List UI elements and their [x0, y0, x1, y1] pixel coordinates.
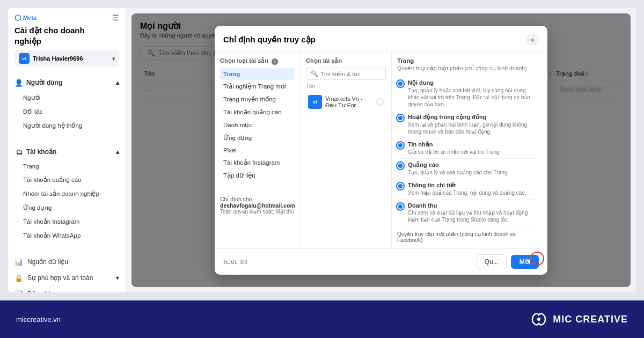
users-section: 👤 Người dùng ▴ Người Đối tác Người dùng … — [8, 71, 126, 136]
permission-tin-nhan: Tin nhắn Gửi và trả lời tin nhắn với vai… — [397, 138, 537, 159]
modal-overlay: Chỉ định quyền truy cập × Chọn loại tài … — [131, 13, 631, 287]
website-link[interactable]: miccreative.vn — [16, 315, 61, 324]
account-avatar: vt — [19, 53, 30, 64]
sidebar-item-dang-ky[interactable]: 📝 Đăng ký — [8, 286, 126, 292]
hamburger-icon[interactable]: ☰ — [112, 13, 119, 22]
select-asset-col-title: Chọn tài sản — [306, 57, 386, 64]
sidebar: ⬡ Meta ☰ Cài đặt cho doanh nghiệp vt Tri… — [8, 8, 126, 292]
circle-highlight — [530, 252, 544, 266]
screenshot-area: ⬡ Meta ☰ Cài đặt cho doanh nghiệp vt Tri… — [8, 8, 636, 292]
sidebar-item-tk-qc[interactable]: Tài khoản quảng cáo — [8, 173, 126, 187]
permission-quang-cao: Quảng cáo Tạo, quản lý và xoá quảng cáo … — [397, 159, 537, 179]
asset-name-label: Tên — [306, 83, 386, 89]
permission-radio-noi-dung[interactable] — [397, 80, 404, 87]
main-inner: Mọi người Đây là những người có quyền tr… — [131, 13, 631, 287]
asset-type-trang[interactable]: Trang — [220, 68, 295, 80]
sidebar-item-nguoi[interactable]: Người — [8, 91, 126, 105]
brand-name: MIC CREATIVE — [553, 314, 628, 325]
asset-type-trai-nghiem[interactable]: Trải nghiệm Trang mới — [220, 80, 295, 93]
bottom-bar: miccreative.vn MIC CREATIVE — [0, 300, 644, 338]
asset-search-input[interactable] — [320, 71, 392, 77]
permission-footer-note: Quyền truy cập một phần (công cụ kinh do… — [397, 229, 537, 243]
mic-logo-icon — [529, 310, 548, 329]
sidebar-item-tk-whatsapp[interactable]: Tài khoản WhatsApp — [8, 229, 126, 243]
asset-avatar: vt — [308, 95, 322, 109]
sidebar-group-account[interactable]: 🗂 Tài khoản ▴ — [8, 144, 126, 160]
modal-dialog: Chỉ định quyền truy cập × Chọn loại tài … — [215, 26, 547, 275]
chevron-up-icon2: ▴ — [116, 148, 119, 156]
permission-radio-hoat-dong[interactable] — [397, 115, 404, 121]
asset-type-instagram[interactable]: Tài khoản Instagram — [220, 156, 295, 169]
assign-role: Toàn quyền kiểm soát: Mặt thú — [220, 209, 295, 215]
permission-hoat-dong: Hoạt động trong cộng đồng Xem lại và phầ… — [397, 111, 537, 138]
brand-area: MIC CREATIVE — [529, 310, 628, 329]
modal-close-button[interactable]: × — [526, 33, 539, 46]
sidebar-item-tk-instagram[interactable]: Tài khoản Instagram — [8, 215, 126, 229]
meta-row: ⬡ Meta ☰ — [14, 13, 119, 22]
asset-type-pixel[interactable]: Pixel — [220, 144, 295, 156]
asset-radio[interactable] — [376, 98, 384, 106]
modal-footer: Bước 3/3 Qu... Mời — [215, 248, 547, 275]
info-icon: i — [272, 58, 278, 65]
sidebar-item-nguon-du-lieu[interactable]: 📊 Nguồn dữ liệu — [8, 254, 126, 270]
sidebar-title: Cài đặt cho doanh nghiệp — [14, 24, 119, 50]
modal-title: Chỉ định quyền truy cập — [223, 35, 316, 45]
permissions-column: Trang Quyền truy cập một phần (chỉ công … — [392, 52, 542, 248]
asset-search-row[interactable]: 🔍 — [306, 68, 386, 80]
asset-type-ung-dung[interactable]: Ứng dụng — [220, 131, 295, 144]
mic-creative-logo: MIC CREATIVE — [529, 310, 628, 329]
permission-thong-tin: Thông tin chi tiết Xem hiệu quả của Tran… — [397, 179, 537, 200]
main-content: Mọi người Đây là những người có quyền tr… — [126, 8, 636, 292]
asset-type-tk-qc[interactable]: Tài khoản quảng cáo — [220, 106, 295, 119]
sidebar-item-su-phu-hop[interactable]: 🔒 Sự phù hợp và an toàn ▾ — [8, 270, 126, 286]
users-label: Người dùng — [26, 79, 62, 86]
sidebar-item-ung-dung[interactable]: Ứng dụng — [8, 201, 126, 215]
asset-type-col-title: Chọn loại tài sản i — [220, 57, 295, 65]
back-button[interactable]: Qu... — [477, 254, 507, 269]
meta-brand: Meta — [23, 14, 36, 21]
chevron-up-icon: ▴ — [116, 79, 119, 86]
sidebar-item-trang[interactable]: Trang — [8, 160, 126, 173]
permission-radio-quang-cao[interactable] — [397, 163, 404, 169]
select-asset-column: Chọn tài sản 🔍 Tên vt Vmarkets Vn - Đầu … — [301, 52, 392, 248]
permission-radio-doanh-thu[interactable] — [397, 203, 404, 210]
step-indicator: Bước 3/3 — [223, 259, 247, 266]
sidebar-header: ⬡ Meta ☰ Cài đặt cho doanh nghiệp vt Tri… — [8, 8, 126, 71]
assign-info: Chỉ định cho deshavfogalu@hotmail.com To… — [220, 193, 295, 218]
permissions-col-title: Trang — [397, 57, 537, 64]
chevron-down-icon2: ▾ — [116, 274, 119, 282]
chevron-down-icon: ▾ — [112, 56, 115, 62]
permission-noi-dung: Nội dung Tạo, quản lý hoặc xoá bài viết,… — [397, 77, 537, 111]
permission-radio-tin-nhan[interactable] — [397, 142, 404, 149]
asset-type-danh-muc[interactable]: Danh mục — [220, 119, 295, 131]
permission-doanh-thu: Doanh thu Chỉ xem và xuất dữ liệu về thu… — [397, 200, 537, 226]
modal-header: Chỉ định quyền truy cập × — [215, 26, 547, 52]
permission-radio-thong-tin[interactable] — [397, 183, 404, 189]
asset-name: Vmarkets Vn - Đầu Tư For... — [325, 95, 373, 109]
meta-icon: ⬡ — [14, 13, 21, 22]
search-icon2: 🔍 — [311, 70, 318, 77]
account-section: 🗂 Tài khoản ▴ Trang Tài khoản quảng cáo … — [8, 141, 126, 246]
asset-type-tap-du-lieu[interactable]: Tập dữ liệu — [220, 169, 295, 182]
sidebar-group-users[interactable]: 👤 Người dùng ▴ — [8, 75, 126, 91]
account-icon: 🗂 — [14, 148, 23, 156]
asset-list-item[interactable]: vt Vmarkets Vn - Đầu Tư For... — [306, 92, 386, 112]
assign-label: Chỉ định cho — [220, 196, 295, 202]
account-name: Trisha Havier9696 — [33, 55, 109, 62]
asset-type-truyen-thong[interactable]: Trang truyền thống — [220, 93, 295, 106]
meta-logo: ⬡ Meta — [14, 13, 36, 22]
sidebar-item-nguoi-dung-he-thong[interactable]: Người dùng hệ thống — [8, 119, 126, 133]
modal-body: Chọn loại tài sản i Trang Trải nghiệm Tr… — [215, 52, 547, 248]
sidebar-item-nhom-ts[interactable]: Nhóm tài sản doanh nghiệp — [8, 187, 126, 201]
svg-point-0 — [537, 318, 540, 321]
permissions-col-subtitle: Quyền truy cập một phần (chỉ công cụ kin… — [397, 65, 537, 71]
assign-email: deshavfogalu@hotmail.com — [220, 202, 295, 209]
footer-buttons: Qu... Mời — [477, 254, 539, 269]
sidebar-item-doi-tac[interactable]: Đối tác — [8, 105, 126, 119]
users-icon: 👤 — [14, 78, 23, 87]
other-section: 📊 Nguồn dữ liệu 🔒 Sự phù hợp và an toàn … — [8, 251, 126, 292]
account-selector[interactable]: vt Trisha Havier9696 ▾ — [14, 50, 119, 67]
next-btn-wrapper: Mời — [511, 255, 539, 269]
asset-type-column: Chọn loại tài sản i Trang Trải nghiệm Tr… — [215, 52, 301, 248]
account-label: Tài khoản — [26, 148, 56, 156]
